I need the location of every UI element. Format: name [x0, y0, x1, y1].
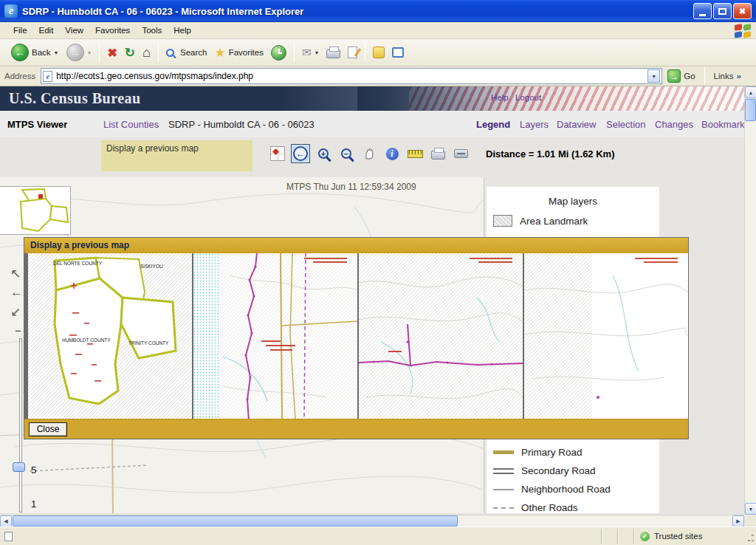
back-label: Back — [32, 48, 51, 57]
refresh-button[interactable]: ↻ — [121, 41, 139, 64]
menu-item-help[interactable]: Help — [168, 24, 197, 37]
pan-button[interactable] — [360, 144, 379, 163]
scroll-up-button[interactable]: ▲ — [745, 86, 756, 98]
distance-readout: Distance = 1.01 Mi (1.62 Km) — [486, 148, 615, 160]
identify-button[interactable]: i — [382, 144, 402, 163]
measure-button[interactable] — [405, 144, 425, 163]
favorites-button[interactable]: ★ Favorites — [210, 41, 267, 64]
page-icon: e — [43, 71, 52, 82]
horizontal-scrollbar[interactable]: ◀ ▶ — [0, 515, 744, 527]
zoom-out-button[interactable]: − — [337, 144, 356, 163]
tab-changes[interactable]: Changes — [655, 119, 693, 130]
logout-link[interactable]: Logout — [515, 93, 541, 102]
scroll-down-button[interactable]: ▼ — [745, 503, 756, 515]
minimize-icon — [699, 14, 706, 16]
scroll-right-button[interactable]: ▶ — [732, 515, 744, 527]
current-county-label: SDRP - Humboldt CA - 06 - 06023 — [168, 119, 315, 130]
zoom-extent-button[interactable] — [268, 144, 287, 163]
dialog-close-button[interactable]: Close — [29, 422, 67, 436]
vertical-scrollbar-thumb[interactable] — [745, 99, 756, 121]
horizontal-scrollbar-thumb[interactable] — [13, 515, 458, 527]
legend-item-area-landmark: Area Landmark — [493, 215, 588, 227]
go-button[interactable]: → Go — [667, 69, 695, 83]
discuss-button[interactable] — [369, 41, 388, 64]
previous-map-thumbnail-1[interactable]: DEL NORTE COUNTY SISKIYOU HUMBOLDT COUNT… — [28, 253, 192, 420]
window-title: SDRP - Humboldt CA - 06 - 06023 - Micros… — [22, 6, 693, 17]
secondary-road-swatch — [493, 468, 514, 474]
go-label: Go — [684, 72, 695, 80]
area-landmark-swatch[interactable] — [493, 215, 512, 227]
zoom-in-button[interactable]: + — [314, 144, 333, 163]
scroll-left-button[interactable]: ◀ — [0, 515, 12, 527]
tool-tooltip: Display a previous map — [101, 140, 252, 171]
close-button[interactable]: ✖ — [733, 3, 752, 19]
pan-northwest-button[interactable]: ↖ — [10, 266, 21, 281]
page-content: U.S. Census Bureau Help Logout MTPS View… — [0, 86, 744, 515]
maximize-button[interactable] — [713, 3, 732, 19]
tab-dataview[interactable]: Dataview — [557, 119, 596, 130]
messenger-button[interactable] — [388, 41, 408, 64]
history-icon — [271, 45, 286, 61]
links-button[interactable]: Links » — [714, 72, 741, 80]
app-name: MTPS Viewer — [7, 119, 67, 130]
menu-item-edit[interactable]: Edit — [33, 24, 60, 37]
edit-button[interactable] — [344, 41, 361, 64]
dialog-title: Display a previous map — [24, 238, 688, 253]
print-map-button[interactable] — [428, 144, 447, 163]
viewer-bar: MTPS Viewer List Counties SDRP - Humbold… — [0, 111, 744, 137]
thumbnail-1-graphic: DEL NORTE COUNTY SISKIYOU HUMBOLDT COUNT… — [28, 253, 192, 420]
search-label: Search — [180, 48, 207, 57]
tab-layers[interactable]: Layers — [520, 119, 549, 130]
window-titlebar: e SDRP - Humboldt CA - 06 - 06023 - Micr… — [0, 0, 756, 22]
legend-item-neighborhood-road: Neighborhood Road — [493, 484, 611, 495]
list-counties-link[interactable]: List Counties — [103, 119, 159, 130]
pan-west-button[interactable]: ← — [10, 285, 23, 300]
search-button[interactable]: Search — [162, 41, 210, 64]
tab-selection[interactable]: Selection — [606, 119, 645, 130]
address-dropdown-button[interactable]: ▼ — [647, 69, 660, 83]
previous-map-button[interactable]: ← — [291, 144, 310, 163]
overview-map-graphic — [0, 187, 69, 234]
help-link[interactable]: Help — [491, 93, 509, 102]
status-cell — [617, 529, 633, 544]
toolbar-separator — [704, 66, 705, 86]
back-dropdown-icon[interactable]: ▼ — [54, 50, 59, 55]
menu-item-tools[interactable]: Tools — [136, 24, 168, 37]
vertical-scrollbar[interactable]: ▲ ▼ — [744, 86, 756, 515]
print-button[interactable] — [323, 41, 344, 64]
zoom-slider-minus[interactable]: − — [15, 324, 21, 337]
menu-item-file[interactable]: File — [7, 24, 33, 37]
mail-button[interactable]: ✉ ▼ — [298, 41, 323, 64]
zone-label: Trusted sites — [654, 532, 702, 541]
tab-bookmarks[interactable]: Bookmarks — [701, 119, 744, 130]
pan-southwest-button[interactable]: ↙ — [10, 304, 21, 320]
ie-logo-icon: e — [4, 4, 18, 18]
svg-text:TRINITY COUNTY: TRINITY COUNTY — [128, 340, 169, 346]
mail-dropdown-icon[interactable]: ▼ — [315, 50, 320, 55]
zoom-slider-track[interactable] — [19, 338, 22, 513]
home-button[interactable]: ⌂ — [139, 41, 154, 64]
menu-item-favorites[interactable]: Favorites — [89, 24, 136, 37]
address-url[interactable]: http://ecots1.geo.census.gov/mtpsmaps/in… — [56, 71, 644, 81]
legend-label: Area Landmark — [520, 216, 588, 227]
overview-map[interactable] — [0, 186, 71, 235]
copy-map-button[interactable] — [451, 144, 470, 163]
legend-label: Neighborhood Road — [521, 484, 611, 495]
forward-dropdown-icon[interactable]: ▼ — [87, 50, 92, 55]
history-button[interactable] — [267, 41, 290, 64]
discuss-icon — [373, 47, 385, 58]
menu-item-view[interactable]: View — [59, 24, 89, 37]
back-button[interactable]: ← Back ▼ — [7, 41, 63, 64]
legend-item-other-roads: Other Roads — [493, 502, 578, 513]
previous-map-thumbnail-4[interactable] — [524, 253, 688, 420]
tab-legend[interactable]: Legend — [476, 119, 510, 130]
minimize-button[interactable] — [693, 3, 712, 19]
forward-button[interactable]: → ▼ — [63, 41, 96, 64]
address-input[interactable]: e http://ecots1.geo.census.gov/mtpsmaps/… — [41, 68, 662, 84]
stop-button[interactable]: ✖ — [103, 41, 120, 64]
resize-grip[interactable] — [744, 529, 756, 544]
zoom-slider-handle[interactable] — [13, 462, 25, 472]
previous-map-thumbnail-2[interactable] — [193, 253, 357, 420]
previous-map-thumbnail-3[interactable] — [359, 253, 523, 420]
copy-map-icon — [454, 149, 468, 158]
